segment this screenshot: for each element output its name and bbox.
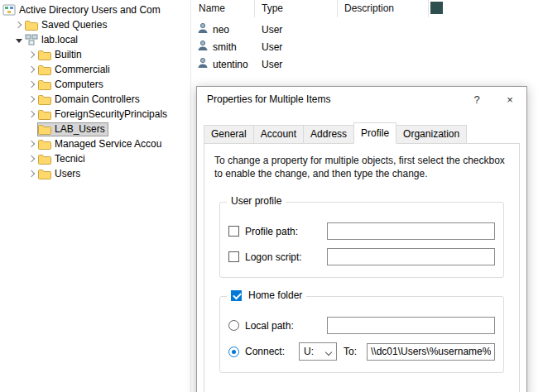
tree-item-label: Computers: [53, 79, 106, 91]
column-header-description[interactable]: Description: [338, 0, 429, 17]
tree-item-label: Active Directory Users and Com: [17, 4, 163, 17]
profile-tab-panel: To change a property for multiple object…: [204, 143, 520, 392]
user-type: User: [255, 41, 338, 53]
logon-script-label: Logon script:: [245, 251, 327, 263]
home-path-input[interactable]: [367, 343, 495, 361]
chevron-down-icon[interactable]: [13, 34, 25, 45]
profile-path-row: Profile path:: [228, 222, 495, 240]
tab-organization[interactable]: Organization: [396, 125, 467, 144]
help-button[interactable]: ?: [460, 93, 493, 106]
tree-item-lab-users[interactable]: LAB_Users: [0, 122, 190, 136]
tree-item-label: Builtin: [53, 49, 84, 61]
domain-icon: [25, 34, 40, 45]
tab-address[interactable]: Address: [303, 125, 354, 144]
tree-item-root[interactable]: Active Directory Users and Com: [0, 2, 190, 17]
folder-icon: [38, 169, 53, 179]
home-folder-group: Home folder Local path: Connect: U: To:: [219, 296, 504, 373]
dialog-titlebar[interactable]: Properties for Multiple Items ? ×: [197, 87, 526, 112]
header-corner-decoration: [430, 2, 443, 14]
list-pane: Name Type Description neo User: [192, 0, 543, 86]
list-header: Name Type Description: [192, 0, 543, 17]
close-button[interactable]: ×: [493, 93, 526, 106]
tab-strip: General Account Address Profile Organiza…: [204, 124, 520, 143]
instruction-text: To change a property for multiple object…: [214, 154, 509, 180]
folder-icon: [38, 50, 53, 60]
chevron-right-icon[interactable]: [26, 168, 38, 179]
column-header-name[interactable]: Name: [192, 0, 255, 17]
chevron-right-icon[interactable]: [26, 93, 38, 105]
user-name: smith: [213, 41, 237, 53]
chevron-right-icon[interactable]: [26, 49, 38, 60]
connect-label: Connect:: [245, 346, 299, 357]
tree-item-label: ForeignSecurityPrincipals: [53, 108, 170, 121]
folder-icon: [38, 94, 53, 105]
user-icon: [197, 22, 209, 36]
folder-icon: [38, 79, 53, 90]
column-header-type[interactable]: Type: [255, 0, 338, 17]
user-icon: [197, 40, 209, 54]
tree-item-domain-controllers[interactable]: Domain Controllers: [0, 92, 190, 107]
tree-item-saved-queries[interactable]: Saved Queries: [0, 17, 190, 32]
tree-item-label: Users: [53, 168, 83, 180]
home-folder-legend: Home folder: [227, 289, 306, 301]
folder-icon: [38, 65, 53, 75]
dialog-title: Properties for Multiple Items: [197, 93, 460, 105]
tree-item-foreign-security-principals[interactable]: ForeignSecurityPrincipals: [0, 107, 190, 122]
home-folder-checkbox[interactable]: [231, 290, 242, 301]
chevron-right-icon[interactable]: [26, 79, 38, 90]
list-item-smith[interactable]: smith User: [192, 38, 543, 55]
local-path-radio[interactable]: [228, 320, 239, 331]
tree-item-label: Managed Service Accou: [53, 138, 164, 151]
tree-item-label: Saved Queries: [40, 19, 109, 31]
chevron-right-icon[interactable]: [26, 153, 38, 165]
profile-path-input[interactable]: [327, 222, 495, 240]
tree-item-label: LAB_Users: [53, 123, 108, 136]
profile-path-label: Profile path:: [245, 226, 327, 237]
list-item-neo[interactable]: neo User: [192, 21, 543, 38]
tree-pane: Active Directory Users and Com Saved Que…: [0, 0, 191, 392]
local-path-row: Local path:: [228, 317, 495, 334]
home-folder-label: Home folder: [248, 289, 302, 301]
tree-item-label: lab.local: [40, 34, 80, 46]
tree-item-lab-local[interactable]: lab.local: [0, 32, 190, 47]
drive-letter-value: U:: [304, 346, 314, 357]
folder-icon: [38, 154, 53, 165]
user-profile-legend: User profile: [227, 195, 286, 207]
tab-profile[interactable]: Profile: [353, 122, 396, 144]
user-icon: [197, 57, 209, 71]
chevron-right-icon[interactable]: [26, 64, 38, 75]
to-label: To:: [344, 346, 362, 357]
profile-path-checkbox[interactable]: [228, 226, 239, 237]
logon-script-row: Logon script:: [228, 248, 495, 265]
chevron-down-icon: [326, 349, 332, 355]
selected-tree-item: LAB_Users: [38, 123, 108, 136]
drive-letter-select[interactable]: U:: [299, 342, 337, 361]
tab-general[interactable]: General: [204, 125, 254, 144]
tree-item-managed-service-accounts[interactable]: Managed Service Accou: [0, 136, 190, 151]
tree-item-commerciali[interactable]: Commerciali: [0, 62, 190, 77]
properties-dialog: Properties for Multiple Items ? × Genera…: [196, 86, 527, 392]
user-type: User: [255, 24, 338, 36]
tree-item-tecnici[interactable]: Tecnici: [0, 151, 190, 166]
chevron-right-icon[interactable]: [26, 108, 38, 120]
connect-radio[interactable]: [228, 347, 239, 357]
tree-item-builtin[interactable]: Builtin: [0, 47, 190, 62]
tree-item-users[interactable]: Users: [0, 166, 190, 181]
folder-icon: [25, 20, 40, 31]
user-name: neo: [213, 24, 229, 36]
connect-row: Connect: U: To:: [228, 342, 495, 361]
tree-item-label: Domain Controllers: [53, 93, 142, 106]
local-path-input[interactable]: [327, 317, 495, 334]
folder-icon: [38, 139, 53, 150]
tree-item-computers[interactable]: Computers: [0, 77, 190, 92]
aduc-window: Active Directory Users and Com Saved Que…: [0, 0, 543, 392]
user-list: neo User smith User: [192, 21, 543, 73]
logon-script-input[interactable]: [327, 248, 495, 265]
tree-item-label: Tecnici: [53, 153, 88, 165]
chevron-right-icon[interactable]: [13, 19, 25, 31]
tree-item-label: Commerciali: [53, 64, 113, 76]
logon-script-checkbox[interactable]: [228, 251, 239, 262]
list-item-utentino[interactable]: utentino User: [192, 55, 543, 73]
chevron-right-icon[interactable]: [26, 138, 38, 150]
tab-account[interactable]: Account: [253, 125, 304, 144]
